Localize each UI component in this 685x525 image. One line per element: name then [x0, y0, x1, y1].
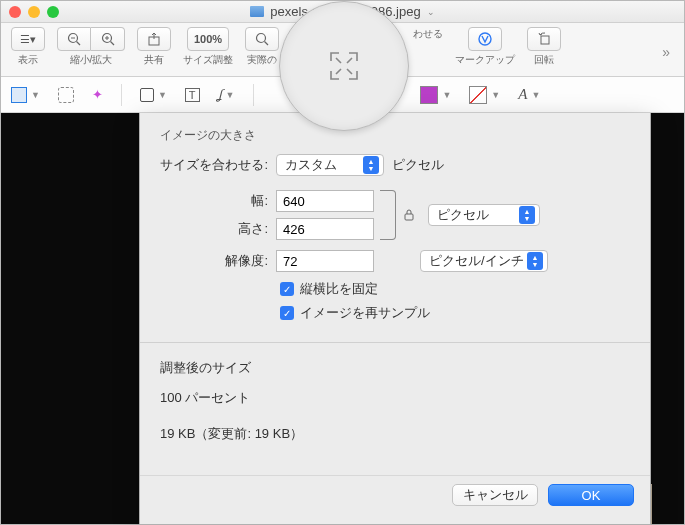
resample-label: イメージを再サンプル [300, 304, 430, 322]
zoom-in-button[interactable] [91, 27, 125, 51]
svg-line-9 [265, 42, 269, 46]
size-group: 100% サイズ調整 [183, 27, 233, 67]
fill-color-tool[interactable]: ▼ [469, 86, 500, 104]
lasso-tool[interactable] [58, 87, 74, 103]
markup-group: マークアップ [455, 27, 515, 67]
fit-into-label: サイズを合わせる: [160, 156, 268, 174]
resolution-input[interactable] [276, 250, 374, 272]
markup-icon [477, 31, 493, 47]
fit-group: わせる [413, 27, 443, 41]
svg-rect-12 [405, 214, 413, 220]
magic-tool[interactable]: ✦ [92, 87, 103, 102]
size-100-button[interactable]: 100% [187, 27, 229, 51]
rotate-icon [537, 32, 551, 46]
result-filesize: 19 KB（変更前: 19 KB） [160, 425, 630, 443]
markup-button[interactable] [468, 27, 502, 51]
chevron-down-icon: ▼ [491, 90, 500, 100]
fit-unit-label: ピクセル [392, 156, 444, 174]
chevron-down-icon: ▼ [442, 90, 451, 100]
zoom-group: 縮小/拡大 [57, 27, 125, 67]
size-adjust-label: サイズ調整 [183, 53, 233, 67]
resolution-unit-select[interactable]: ピクセル/インチ ▲▼ [420, 250, 548, 272]
view-button[interactable]: ☰▾ [11, 27, 45, 51]
rotate-label: 回転 [534, 53, 554, 67]
share-label: 共有 [144, 53, 164, 67]
width-label: 幅: [160, 192, 268, 210]
select-arrows-icon: ▲▼ [363, 156, 379, 174]
shape-tool[interactable]: ▼ [140, 88, 167, 102]
border-color-tool[interactable]: ▼ [420, 86, 451, 104]
resample-row: ✓ イメージを再サンプル [280, 304, 630, 322]
expand-icon [327, 49, 361, 83]
lock-ratio-row: ✓ 縦横比を固定 [280, 280, 630, 298]
result-section: 調整後のサイズ 100 パーセント 19 KB（変更前: 19 KB） [140, 343, 650, 475]
zoom-in-icon [101, 32, 115, 46]
chevron-down-icon: ▼ [531, 90, 540, 100]
view-group: ☰▾ 表示 [11, 27, 45, 67]
chevron-down-icon: ▼ [31, 90, 40, 100]
zoom-label: 縮小/拡大 [70, 53, 113, 67]
svg-rect-11 [541, 36, 549, 44]
rotate-group: 回転 [527, 27, 561, 67]
resolution-unit-value: ピクセル/インチ [429, 252, 524, 270]
loupe-overlay [279, 1, 409, 131]
image-size-heading: イメージの大きさ [160, 127, 630, 144]
dialog-buttons: キャンセル OK [140, 475, 650, 520]
svg-line-4 [110, 42, 114, 46]
fit-label: わせる [413, 27, 443, 41]
resample-checkbox[interactable]: ✓ [280, 306, 294, 320]
canvas-area: イメージの大きさ サイズを合わせる: カスタム ▲▼ ピクセル 幅: [1, 113, 684, 524]
chevron-down-icon: ▼ [158, 90, 167, 100]
zoom-out-button[interactable] [57, 27, 91, 51]
fit-into-value: カスタム [285, 156, 337, 174]
text-tool[interactable]: T [185, 88, 200, 102]
markup-label: マークアップ [455, 53, 515, 67]
dimension-unit-select[interactable]: ピクセル ▲▼ [428, 204, 540, 226]
select-arrows-icon: ▲▼ [519, 206, 535, 224]
magnifier-icon [255, 32, 269, 46]
file-icon [250, 6, 264, 17]
svg-line-1 [77, 42, 81, 46]
actual-group: 実際の [245, 27, 279, 67]
font-tool[interactable]: A▼ [518, 86, 540, 103]
share-button[interactable] [137, 27, 171, 51]
lock-icon[interactable] [402, 208, 416, 222]
zoom-out-icon [67, 32, 81, 46]
chevron-down-icon: ▼ [226, 90, 235, 100]
fit-into-select[interactable]: カスタム ▲▼ [276, 154, 384, 176]
height-input[interactable] [276, 218, 374, 240]
sign-tool[interactable]: ʆ▼ [218, 87, 235, 102]
svg-point-8 [257, 34, 266, 43]
chevron-down-icon[interactable]: ⌄ [427, 7, 435, 17]
result-percent: 100 パーセント [160, 389, 630, 407]
view-label: 表示 [18, 53, 38, 67]
result-heading: 調整後のサイズ [160, 359, 630, 377]
share-group: 共有 [137, 27, 171, 67]
select-arrows-icon: ▲▼ [527, 252, 543, 270]
link-bracket-icon [380, 190, 396, 240]
resolution-label: 解像度: [160, 252, 268, 270]
actual-label: 実際の [247, 53, 277, 67]
width-input[interactable] [276, 190, 374, 212]
app-window: pexels-photo-236086.jpeg ⌄ ☰▾ 表示 縮小/拡大 [0, 0, 685, 525]
resize-dialog: イメージの大きさ サイズを合わせる: カスタム ▲▼ ピクセル 幅: [139, 113, 651, 525]
ok-button[interactable]: OK [548, 484, 634, 506]
toolbar-overflow-button[interactable]: » [662, 44, 674, 60]
actual-size-button[interactable] [245, 27, 279, 51]
lock-ratio-label: 縦横比を固定 [300, 280, 378, 298]
share-icon [147, 32, 161, 46]
height-label: 高さ: [160, 220, 268, 238]
lock-ratio-checkbox[interactable]: ✓ [280, 282, 294, 296]
rotate-button[interactable] [527, 27, 561, 51]
dimension-unit-value: ピクセル [437, 206, 489, 224]
selection-tool[interactable]: ▼ [11, 87, 40, 103]
cancel-button[interactable]: キャンセル [452, 484, 538, 506]
